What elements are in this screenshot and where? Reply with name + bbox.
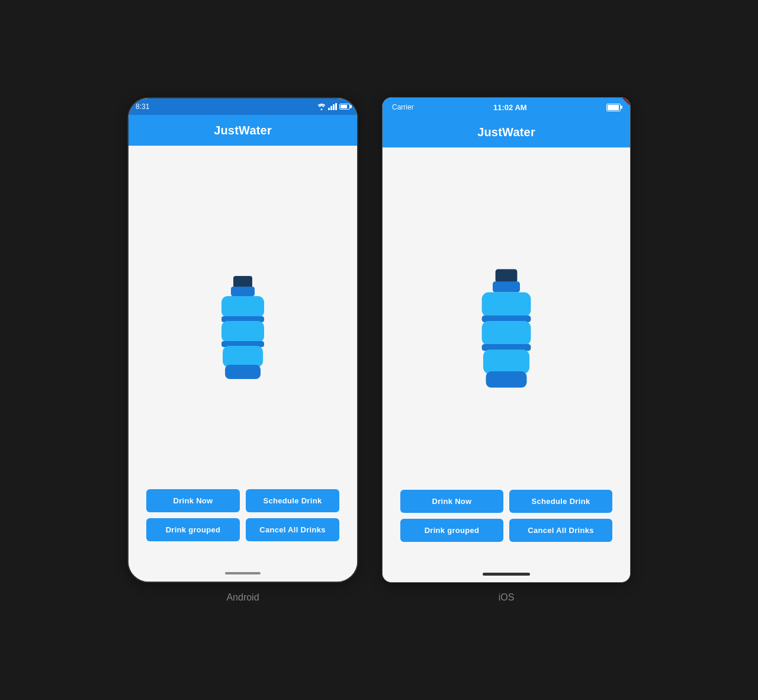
android-content: Drink Now Schedule Drink Drink grouped C…	[129, 146, 357, 582]
android-app-bar: JustWater	[129, 115, 357, 146]
android-app-title: JustWater	[214, 124, 272, 137]
svg-rect-15	[486, 371, 527, 388]
ios-drink-now-button[interactable]: Drink Now	[400, 490, 503, 513]
screenshots-container: DEBUG 8:31	[127, 97, 631, 603]
svg-rect-0	[233, 276, 252, 288]
svg-rect-12	[482, 321, 531, 345]
android-label: Android	[226, 592, 259, 603]
ios-schedule-drink-button[interactable]: Schedule Drink	[509, 490, 612, 513]
svg-rect-10	[482, 293, 531, 317]
svg-rect-1	[231, 287, 255, 296]
ios-cancel-all-drinks-button[interactable]: Cancel All Drinks	[509, 519, 612, 542]
android-home-indicator	[225, 572, 261, 574]
android-phone-wrapper: DEBUG 8:31	[127, 97, 358, 603]
svg-rect-2	[221, 296, 264, 317]
android-drink-now-button[interactable]: Drink Now	[146, 489, 240, 512]
ios-time: 11:02 AM	[493, 103, 527, 112]
svg-rect-8	[496, 269, 518, 283]
svg-rect-9	[493, 281, 520, 292]
debug-text-android: DEBUG	[335, 98, 357, 109]
svg-rect-14	[483, 349, 529, 374]
android-phone: DEBUG 8:31	[127, 97, 358, 583]
android-drink-grouped-button[interactable]: Drink grouped	[146, 518, 240, 541]
android-cancel-all-drinks-button[interactable]: Cancel All Drinks	[246, 518, 339, 541]
water-bottle-ios	[465, 262, 548, 399]
debug-text-ios: DEBUG	[608, 98, 630, 108]
android-nav-bar	[225, 565, 261, 582]
ios-bottle-container	[465, 147, 548, 478]
ios-phone: DEBUG Carrier 11:02 AM JustWater	[382, 97, 631, 583]
android-bottle-container	[207, 146, 278, 477]
svg-rect-7	[225, 365, 261, 379]
ios-home-bar	[483, 573, 530, 576]
svg-rect-4	[221, 321, 264, 342]
ios-app-title: JustWater	[477, 126, 535, 139]
ios-label: iOS	[499, 592, 515, 603]
ios-content: Drink Now Schedule Drink Drink grouped C…	[383, 147, 630, 582]
android-schedule-drink-button[interactable]: Schedule Drink	[246, 489, 339, 512]
ios-phone-wrapper: DEBUG Carrier 11:02 AM JustWater	[382, 97, 631, 603]
ios-buttons-area: Drink Now Schedule Drink Drink grouped C…	[383, 478, 630, 566]
debug-badge-android: DEBUG	[324, 98, 357, 131]
ios-status-bar: Carrier 11:02 AM	[383, 98, 630, 117]
ios-carrier: Carrier	[392, 103, 414, 111]
android-time: 8:31	[136, 102, 149, 111]
ios-home-indicator	[483, 566, 530, 582]
android-status-bar: 8:31	[129, 98, 357, 115]
ios-app-bar: JustWater	[383, 117, 630, 147]
water-bottle-android	[207, 270, 278, 388]
ios-drink-grouped-button[interactable]: Drink grouped	[400, 519, 503, 542]
android-buttons-area: Drink Now Schedule Drink Drink grouped C…	[129, 477, 357, 565]
debug-badge-ios: DEBUG	[597, 98, 630, 131]
svg-rect-6	[223, 346, 263, 367]
